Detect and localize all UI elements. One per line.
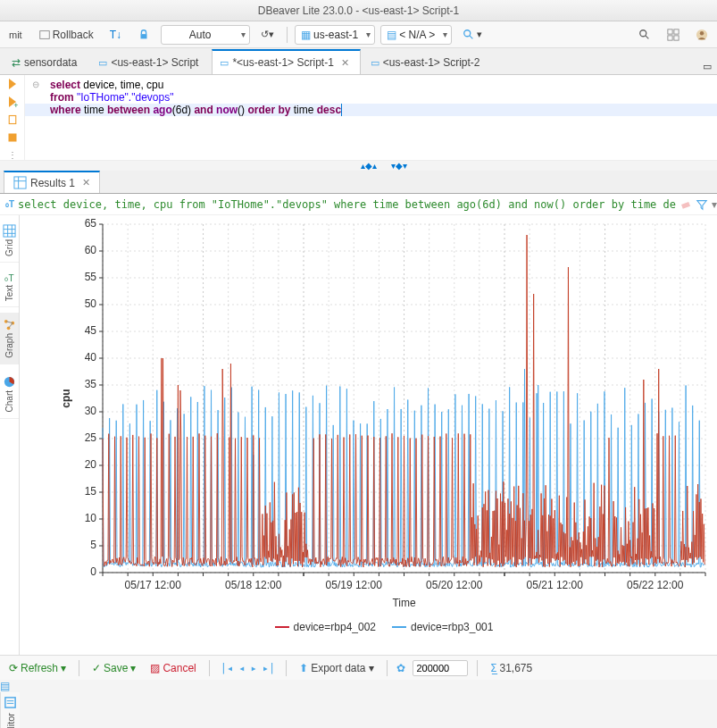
commit-button[interactable]: mit xyxy=(4,28,28,42)
svg-point-4 xyxy=(640,29,646,36)
export-button[interactable]: ⬆ Export data ▾ xyxy=(296,660,377,676)
fold-icon[interactable]: ⊖ xyxy=(32,79,39,91)
sql-editor-area: + ⋮ ⊖ select device, time, cpu from "IoT… xyxy=(0,75,717,160)
svg-text:20: 20 xyxy=(85,458,97,471)
svg-text:45: 45 xyxy=(85,324,97,337)
rollback-button[interactable]: Rollback xyxy=(33,27,99,43)
results-tabbar: Results 1✕ xyxy=(0,171,717,194)
svg-text:55: 55 xyxy=(85,271,97,283)
svg-text:05/21 12:00: 05/21 12:00 xyxy=(527,579,584,591)
svg-line-27 xyxy=(9,323,13,329)
tx-button[interactable]: T↓ xyxy=(104,27,127,43)
svg-text:05/18 12:00: 05/18 12:00 xyxy=(225,579,282,591)
right-rail: SQL Editor xyxy=(0,692,20,728)
tab-results-1[interactable]: Results 1✕ xyxy=(4,171,100,193)
svg-point-11 xyxy=(700,31,704,35)
sash-grip[interactable]: ▴◆▴ ▾◆▾ xyxy=(0,160,717,171)
svg-rect-18 xyxy=(4,225,15,237)
svg-rect-7 xyxy=(674,29,679,33)
maximize-icon[interactable]: ▤ xyxy=(0,680,10,692)
title-text: DBeaver Lite 23.0.0 - <us-east-1> Script… xyxy=(258,4,459,17)
svg-rect-0 xyxy=(39,30,49,38)
perspective-icon[interactable] xyxy=(662,27,685,43)
sql-editor[interactable]: ⊖ select device, time, cpu from "IoTHome… xyxy=(25,75,717,160)
script-icon[interactable] xyxy=(6,114,19,125)
svg-rect-12 xyxy=(9,116,16,124)
tx-mode-select[interactable]: Auto xyxy=(161,25,250,45)
settings-icon[interactable]: ✿ xyxy=(396,662,405,674)
svg-text:15: 15 xyxy=(85,485,97,498)
connection-select[interactable]: ▦ us-east-1 xyxy=(295,25,375,45)
svg-text:60: 60 xyxy=(85,244,97,256)
lock-icon[interactable] xyxy=(132,27,155,43)
refresh-button[interactable]: ⟳ Refresh ▾ xyxy=(5,660,70,676)
tab-script-2[interactable]: ▭<us-east-1> Script-2 xyxy=(363,50,492,74)
page-first-icon[interactable]: |◂ xyxy=(219,662,235,674)
user-avatar[interactable] xyxy=(690,27,713,43)
main-toolbar: mit Rollback T↓ Auto ↺▾ ▦ us-east-1 ▤ < … xyxy=(0,21,717,48)
svg-text:65: 65 xyxy=(85,217,97,230)
legend-series-2: device=rbp3_001 xyxy=(392,621,493,633)
view-text[interactable]: ₀TText xyxy=(0,268,19,307)
filter-menu[interactable]: ▾ xyxy=(712,198,717,211)
find-icon[interactable] xyxy=(633,27,656,43)
svg-text:Time: Time xyxy=(392,597,416,609)
results-toolbar: ⟳ Refresh ▾ ✓ Save ▾ ▨ Cancel |◂ ◂ ▸ ▸| … xyxy=(0,655,717,680)
svg-line-5 xyxy=(646,35,649,38)
svg-text:40: 40 xyxy=(85,351,97,364)
tab-script-1[interactable]: ▭*<us-east-1> Script-1✕ xyxy=(212,49,360,74)
window-title: DBeaver Lite 23.0.0 - <us-east-1> Script… xyxy=(0,0,717,21)
svg-text:30: 30 xyxy=(85,405,97,417)
page-prev-icon[interactable]: ◂ xyxy=(237,662,246,674)
history-icon[interactable]: ↺▾ xyxy=(255,27,279,42)
svg-text:cpu: cpu xyxy=(60,389,72,407)
view-graph[interactable]: Graph xyxy=(0,313,19,364)
svg-line-3 xyxy=(470,35,473,38)
svg-rect-1 xyxy=(141,34,147,38)
page-next-icon[interactable]: ▸ xyxy=(248,662,258,674)
tab-sensordata[interactable]: ⇄sensordata xyxy=(4,50,88,74)
filter-icon[interactable] xyxy=(696,198,708,211)
results-view-rail: Grid ₀TText Graph Chart xyxy=(0,215,20,655)
view-grid[interactable]: Grid xyxy=(0,219,19,263)
svg-text:50: 50 xyxy=(85,297,97,310)
schema-select[interactable]: ▤ < N/A > xyxy=(380,25,452,45)
execute-new-icon[interactable]: + xyxy=(9,96,16,107)
svg-rect-17 xyxy=(681,201,690,208)
svg-text:05/19 12:00: 05/19 12:00 xyxy=(326,579,383,591)
save-button[interactable]: ✓ Save ▾ xyxy=(88,660,139,676)
svg-text:05/20 12:00: 05/20 12:00 xyxy=(426,579,483,591)
editor-left-gutter: + ⋮ xyxy=(0,75,25,160)
close-icon[interactable]: ✕ xyxy=(82,177,90,188)
svg-text:5: 5 xyxy=(90,539,96,551)
close-icon[interactable]: ✕ xyxy=(341,57,349,69)
pagination: |◂ ◂ ▸ ▸| xyxy=(219,662,277,674)
timeseries-chart[interactable]: 0510152025303540455055606505/17 12:0005/… xyxy=(20,215,717,617)
minimize-icon[interactable]: ▭ xyxy=(697,59,717,74)
row-count[interactable]: Σ̲ 31,675 xyxy=(487,660,537,676)
chart-panel: 0510152025303540455055606505/17 12:0005/… xyxy=(20,215,717,655)
svg-text:0: 0 xyxy=(90,565,96,578)
page-last-icon[interactable]: ▸| xyxy=(261,662,277,674)
query-text: select device, time, cpu from "IoTHome".… xyxy=(18,198,676,211)
svg-rect-14 xyxy=(14,177,26,188)
svg-text:05/17 12:00: 05/17 12:00 xyxy=(125,579,182,591)
execute-icon[interactable] xyxy=(9,79,16,89)
svg-rect-8 xyxy=(668,35,672,39)
svg-rect-6 xyxy=(668,29,672,33)
tab-script[interactable]: ▭<us-east-1> Script xyxy=(90,50,210,74)
editor-tabbar: ⇄sensordata ▭<us-east-1> Script ▭*<us-ea… xyxy=(0,48,717,75)
explain-icon[interactable] xyxy=(6,132,19,143)
eraser-icon[interactable] xyxy=(679,198,692,211)
sql-editor-label[interactable]: SQL Editor xyxy=(5,713,16,728)
sql-chip-icon: ₀T xyxy=(5,199,14,209)
svg-text:35: 35 xyxy=(85,378,97,390)
view-chart[interactable]: Chart xyxy=(0,370,19,418)
svg-text:10: 10 xyxy=(85,512,97,524)
cancel-button[interactable]: ▨ Cancel xyxy=(146,660,199,676)
svg-point-2 xyxy=(464,29,471,36)
svg-rect-152 xyxy=(5,698,15,707)
search-icon[interactable]: ▾ xyxy=(457,27,488,43)
fetch-size-input[interactable] xyxy=(413,660,468,676)
sql-editor-icon[interactable] xyxy=(4,696,17,709)
